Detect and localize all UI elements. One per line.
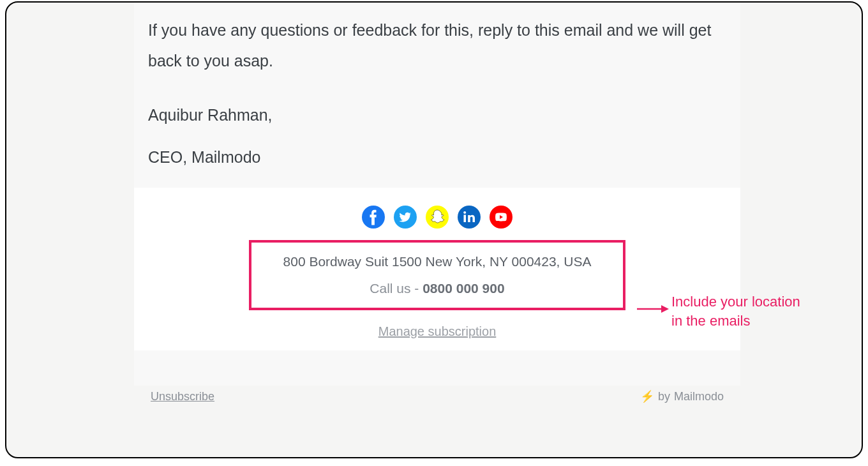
address-highlight-box: 800 Bordway Suit 1500 New York, NY 00042… — [249, 240, 625, 310]
bolt-icon: ⚡ — [640, 389, 654, 403]
email-body: If you have any questions or feedback fo… — [134, 3, 740, 172]
email-card: If you have any questions or feedback fo… — [134, 3, 740, 386]
call-number: 0800 000 900 — [423, 281, 504, 296]
call-prefix: Call us - — [370, 281, 423, 296]
linkedin-icon[interactable] — [458, 206, 481, 229]
svg-marker-6 — [661, 305, 669, 313]
address-text: 800 Bordway Suit 1500 New York, NY 00042… — [271, 254, 604, 269]
signature-name: Aquibur Rahman, — [148, 100, 721, 131]
twitter-icon[interactable] — [394, 206, 417, 229]
annotation-line2: in the emails — [671, 312, 800, 331]
youtube-icon[interactable] — [490, 206, 513, 229]
facebook-icon[interactable] — [362, 206, 385, 229]
email-footer: 800 Bordway Suit 1500 New York, NY 00042… — [134, 188, 740, 350]
snapchat-icon[interactable] — [426, 206, 449, 229]
annotation-arrow-icon — [637, 303, 669, 315]
annotation-line1: Include your location — [671, 292, 800, 312]
powered-by: ⚡ by Mailmodo — [640, 389, 724, 403]
svg-point-4 — [490, 206, 513, 229]
body-paragraph: If you have any questions or feedback fo… — [148, 15, 721, 76]
by-brand: Mailmodo — [674, 390, 724, 403]
by-prefix: by — [658, 390, 670, 403]
outer-frame: If you have any questions or feedback fo… — [5, 1, 863, 458]
manage-subscription-link[interactable]: Manage subscription — [378, 324, 497, 339]
annotation-text: Include your location in the emails — [671, 292, 800, 330]
signature-title: CEO, Mailmodo — [148, 142, 721, 173]
call-us-line: Call us - 0800 000 900 — [271, 281, 604, 296]
social-row — [134, 206, 740, 229]
bottom-row: Unsubscribe ⚡ by Mailmodo — [134, 389, 740, 403]
unsubscribe-link[interactable]: Unsubscribe — [151, 390, 214, 403]
